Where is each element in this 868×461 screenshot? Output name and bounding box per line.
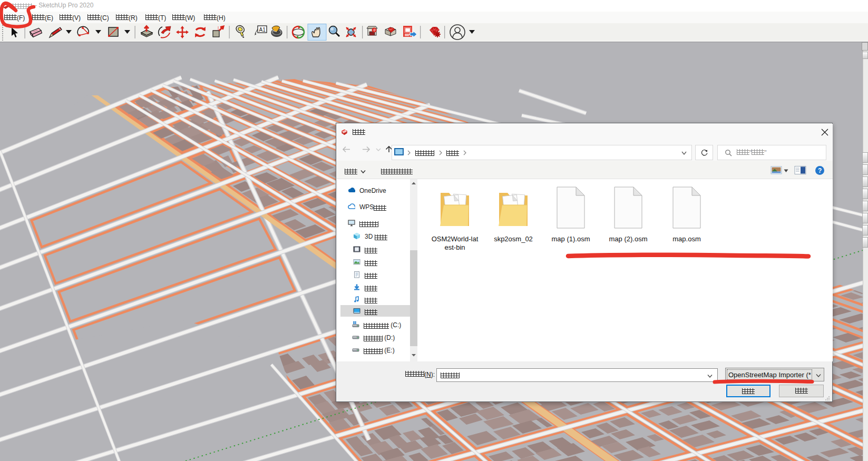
svg-text:A1: A1 <box>259 27 266 33</box>
